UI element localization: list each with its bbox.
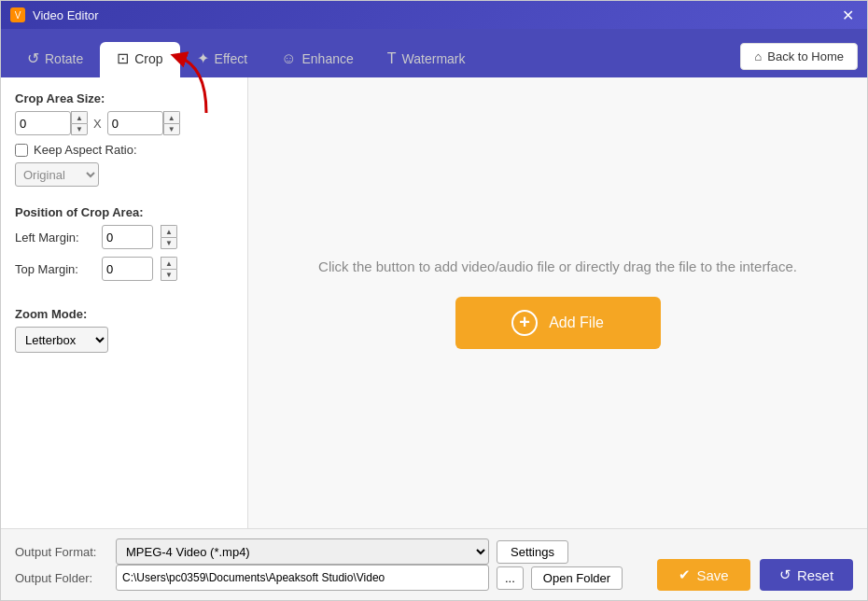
top-margin-spinner: ▲ ▼ xyxy=(161,257,177,281)
height-spin-up[interactable]: ▲ xyxy=(163,111,180,123)
bottom-left: Output Format: MPEG-4 Video (*.mp4) Sett… xyxy=(15,538,657,591)
output-format-label: Output Format: xyxy=(15,545,108,559)
save-label: Save xyxy=(696,567,728,583)
title-bar-left: V Video Editor xyxy=(10,7,99,22)
crop-area-size-section: Crop Area Size: ▲ ▼ X ▲ ▼ xyxy=(15,91,233,187)
tab-crop-label: Crop xyxy=(134,51,162,66)
width-input-group: ▲ ▼ xyxy=(15,111,88,135)
left-panel: Crop Area Size: ▲ ▼ X ▲ ▼ xyxy=(1,77,248,528)
window-title: Video Editor xyxy=(33,8,99,22)
height-input-group: ▲ ▼ xyxy=(107,111,180,135)
left-margin-spin-down[interactable]: ▼ xyxy=(161,237,177,249)
back-to-home-label: Back to Home xyxy=(767,49,844,63)
height-spin-down[interactable]: ▼ xyxy=(163,123,180,135)
tab-enhance[interactable]: ☺ Enhance xyxy=(264,43,371,77)
crop-icon: ⊡ xyxy=(117,49,129,67)
width-input[interactable] xyxy=(15,111,71,135)
position-section: Position of Crop Area: Left Margin: ▲ ▼ … xyxy=(15,205,233,288)
reset-icon: ↺ xyxy=(779,566,791,583)
title-bar: V Video Editor ✕ xyxy=(1,1,867,29)
height-spinner: ▲ ▼ xyxy=(163,111,180,135)
bottom-section: Output Format: MPEG-4 Video (*.mp4) Sett… xyxy=(15,538,853,591)
aspect-dropdown: Original xyxy=(15,162,233,187)
left-margin-spinner: ▲ ▼ xyxy=(161,225,177,249)
tab-effect-label: Effect xyxy=(215,51,248,66)
add-file-button[interactable]: + Add File xyxy=(455,297,661,349)
top-margin-spin-down[interactable]: ▼ xyxy=(161,269,177,281)
left-margin-row: Left Margin: ▲ ▼ xyxy=(15,225,233,249)
width-spin-up[interactable]: ▲ xyxy=(71,111,88,123)
x-separator: X xyxy=(93,117,102,131)
output-folder-row: Output Folder: ... Open Folder xyxy=(15,565,657,591)
title-bar-controls: ✕ xyxy=(838,7,858,24)
reset-button[interactable]: ↺ Reset xyxy=(760,559,853,591)
top-margin-spin-up[interactable]: ▲ xyxy=(161,257,177,269)
watermark-icon: T xyxy=(387,50,397,67)
keep-aspect-checkbox[interactable] xyxy=(15,144,28,157)
browse-folder-button[interactable]: ... xyxy=(497,566,524,590)
tab-bar: ↺ Rotate ⊡ Crop ✦ Effect ☺ Enhance T Wat… xyxy=(1,29,867,77)
home-icon: ⌂ xyxy=(754,49,762,63)
keep-aspect-row: Keep Aspect Ratio: xyxy=(15,143,233,157)
save-button[interactable]: ✔ Save xyxy=(657,559,750,591)
top-margin-row: Top Margin: ▲ ▼ xyxy=(15,257,233,281)
width-spinner: ▲ ▼ xyxy=(71,111,88,135)
back-to-home-button[interactable]: ⌂ Back to Home xyxy=(740,43,858,70)
format-select[interactable]: MPEG-4 Video (*.mp4) xyxy=(116,538,489,565)
enhance-icon: ☺ xyxy=(281,50,296,67)
top-margin-label: Top Margin: xyxy=(15,262,94,276)
drop-hint: Click the button to add video/audio file… xyxy=(318,257,797,278)
tab-enhance-label: Enhance xyxy=(302,51,354,66)
tab-watermark-label: Watermark xyxy=(402,51,466,66)
left-margin-spin-up[interactable]: ▲ xyxy=(161,225,177,237)
zoom-mode-section: Zoom Mode: Letterbox xyxy=(15,307,233,353)
main-content: Crop Area Size: ▲ ▼ X ▲ ▼ xyxy=(1,77,867,528)
output-folder-label: Output Folder: xyxy=(15,571,108,585)
folder-path-input[interactable] xyxy=(116,565,489,591)
tab-rotate-label: Rotate xyxy=(45,51,83,66)
reset-label: Reset xyxy=(797,567,833,583)
zoom-mode-select[interactable]: Letterbox xyxy=(15,327,108,353)
add-file-label: Add File xyxy=(549,314,604,331)
zoom-mode-label: Zoom Mode: xyxy=(15,307,233,321)
width-spin-down[interactable]: ▼ xyxy=(71,123,88,135)
bottom-bar: Output Format: MPEG-4 Video (*.mp4) Sett… xyxy=(1,528,867,600)
tab-rotate[interactable]: ↺ Rotate xyxy=(10,42,100,77)
tab-watermark[interactable]: T Watermark xyxy=(371,43,483,77)
bottom-right: ✔ Save ↺ Reset xyxy=(657,559,853,591)
size-inputs: ▲ ▼ X ▲ ▼ xyxy=(15,111,233,135)
output-format-row: Output Format: MPEG-4 Video (*.mp4) Sett… xyxy=(15,538,657,565)
open-folder-button[interactable]: Open Folder xyxy=(531,566,623,590)
position-label: Position of Crop Area: xyxy=(15,205,233,219)
tab-crop[interactable]: ⊡ Crop xyxy=(100,42,179,77)
keep-aspect-label: Keep Aspect Ratio: xyxy=(34,143,137,157)
height-input[interactable] xyxy=(107,111,163,135)
left-margin-input[interactable] xyxy=(102,225,153,249)
video-editor-window: V Video Editor ✕ ↺ Rotate ⊡ Crop ✦ Effec… xyxy=(0,0,868,601)
rotate-icon: ↺ xyxy=(27,49,39,67)
save-checkmark-icon: ✔ xyxy=(679,566,691,583)
tab-effect[interactable]: ✦ Effect xyxy=(180,42,265,77)
plus-circle-icon: + xyxy=(511,310,538,336)
top-margin-input[interactable] xyxy=(102,257,153,281)
settings-button[interactable]: Settings xyxy=(497,540,568,564)
right-panel: Click the button to add video/audio file… xyxy=(248,77,867,528)
effect-icon: ✦ xyxy=(197,49,209,67)
app-icon: V xyxy=(10,7,25,22)
left-margin-label: Left Margin: xyxy=(15,231,94,245)
crop-area-size-label: Crop Area Size: xyxy=(15,91,233,105)
aspect-select[interactable]: Original xyxy=(15,162,99,187)
close-button[interactable]: ✕ xyxy=(838,7,858,24)
